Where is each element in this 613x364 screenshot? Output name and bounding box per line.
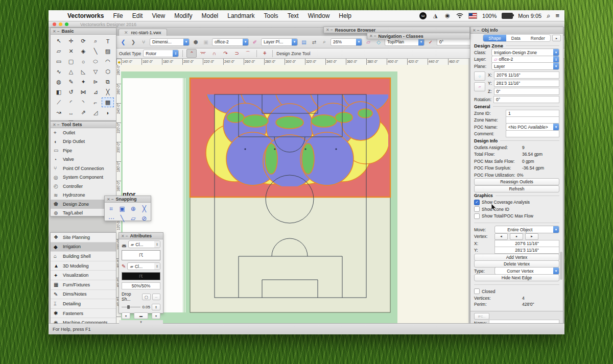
obj-info-scrollbar[interactable]: [560, 252, 562, 280]
basic-tool[interactable]: ↝: [53, 108, 65, 117]
tool-category-item[interactable]: ✎Dims/Notes: [51, 290, 116, 300]
x-field[interactable]: 207'6 11/16": [494, 71, 559, 79]
refresh-button[interactable]: Refresh: [474, 185, 559, 192]
zoom-window-button[interactable]: [65, 22, 68, 26]
drive-icon[interactable]: ◮: [432, 12, 439, 19]
basic-tool[interactable]: T: [102, 36, 114, 46]
tool-category-item[interactable]: ▲3D Modeling: [51, 261, 116, 271]
poc-name-dropdown[interactable]: <No POC Available>▼: [506, 123, 559, 131]
snapping-mode-icon[interactable]: ╳: [139, 204, 150, 213]
notification-center-icon[interactable]: ≡: [555, 12, 559, 19]
tool-set-item[interactable]: ⌖Outlet: [51, 128, 116, 137]
tab-shape[interactable]: Shape: [483, 35, 506, 41]
drop-shadow-more-button[interactable]: ...: [152, 294, 161, 300]
basic-tool[interactable]: ▽: [89, 67, 102, 77]
snapping-mode-icon[interactable]: ⋯: [106, 213, 117, 223]
basic-tool[interactable]: ◗: [102, 108, 114, 117]
tool-category-item[interactable]: ⌂Building Shell: [51, 252, 116, 261]
pen-style-dropdown[interactable]: ▰Cl...⇕: [127, 262, 160, 270]
tool-category-item[interactable]: ⌶Detailing: [51, 299, 116, 309]
slider-stepper[interactable]: ⇕: [152, 304, 160, 310]
polyline-mode-icon[interactable]: ⊃: [231, 49, 242, 58]
menu-text[interactable]: Text: [283, 12, 303, 19]
basic-tool[interactable]: ▭: [53, 57, 65, 66]
menu-tools[interactable]: Tools: [260, 12, 283, 19]
back-button[interactable]: ❮: [119, 38, 127, 46]
basic-tool[interactable]: ∿: [53, 67, 65, 77]
layer-plane-icon[interactable]: ✐: [251, 38, 259, 46]
rotation-field[interactable]: 0°: [437, 38, 470, 45]
basic-tool[interactable]: ○: [77, 57, 89, 66]
polyline-mode-icon[interactable]: ⌃: [186, 49, 197, 58]
tool-category-item[interactable]: ❖Site Planning: [51, 233, 116, 242]
basic-tool[interactable]: ╲: [89, 46, 102, 56]
basic-tool[interactable]: ◝: [77, 98, 89, 107]
vertex-type-dropdown[interactable]: Corner Vertex▼: [494, 267, 559, 275]
basic-tool[interactable]: ⟋: [53, 98, 65, 107]
basic-tool[interactable]: ◧: [53, 87, 65, 97]
layer-plane-dropdown[interactable]: Layer Pl...▼: [261, 38, 298, 46]
plane-dropdown[interactable]: Layer▼: [491, 62, 559, 70]
page-icon[interactable]: ▤: [300, 38, 308, 46]
outlet-type-dropdown[interactable]: Rotor⇕: [143, 50, 179, 57]
drawing-canvas[interactable]: ntor: [121, 65, 468, 323]
basic-tool[interactable]: ✕: [65, 46, 77, 56]
basic-tool[interactable]: ◍: [53, 77, 65, 87]
app-status-icon[interactable]: ω: [419, 12, 427, 19]
menu-model[interactable]: Model: [197, 12, 223, 19]
basic-tool[interactable]: ✎: [65, 77, 77, 87]
polyline-mode-icon[interactable]: ⌤: [198, 49, 208, 58]
wifi-icon[interactable]: [456, 12, 463, 19]
show-zone-id-checkbox[interactable]: [474, 206, 480, 212]
basic-tool[interactable]: ◜: [65, 98, 77, 107]
close-palette-icon[interactable]: ✕ −: [121, 234, 128, 238]
preferences-icon[interactable]: ⚘: [261, 50, 269, 57]
basic-tool[interactable]: ▱: [53, 46, 65, 56]
pen-color-swatch[interactable]: ☈: [122, 272, 160, 280]
polyline-mode-icon[interactable]: ⌒: [243, 49, 253, 58]
close-palette-icon[interactable]: ✕ −: [53, 29, 60, 34]
basic-tool[interactable]: ⌕: [89, 36, 102, 46]
basic-tool[interactable]: ⬡: [102, 67, 114, 77]
vertex-x-field[interactable]: 207'6 11/16": [494, 240, 559, 247]
basic-tool[interactable]: ↖: [53, 36, 65, 46]
zone-name-field[interactable]: [506, 116, 559, 124]
basic-tool[interactable]: ⌐: [89, 98, 102, 107]
obj-info-more-button[interactable]: ▸: [552, 35, 561, 41]
record-icon[interactable]: ◉: [444, 12, 451, 19]
prev-vertex-button[interactable]: ◄: [494, 233, 508, 240]
tool-category-item[interactable]: ✦Visualization: [51, 271, 116, 280]
snapping-mode-icon[interactable]: ▣: [117, 204, 128, 213]
tool-category-item[interactable]: ◆Irrigation: [51, 242, 116, 252]
spotlight-icon[interactable]: ⌕: [547, 12, 550, 20]
basic-tool[interactable]: ◈: [77, 46, 89, 56]
basic-tool[interactable]: ▢: [65, 57, 77, 66]
magnifier-icon[interactable]: ⌕: [320, 38, 328, 46]
attr-left-dropdown[interactable]: ▾: [122, 312, 130, 319]
closed-checkbox[interactable]: [474, 288, 480, 294]
fill-style-dropdown[interactable]: ▰Cl...⇕: [128, 240, 160, 248]
vertex-dot-button[interactable]: ●: [510, 233, 523, 240]
tab-data[interactable]: Data: [506, 35, 526, 41]
dim-style-dropdown[interactable]: Dimensi...▼: [150, 38, 190, 46]
zone-id-field[interactable]: 1: [506, 110, 559, 117]
close-palette-icon[interactable]: ✕ −: [473, 28, 480, 33]
add-vertex-button[interactable]: Add Vertex: [474, 254, 559, 261]
tool-category-item[interactable]: ▦Furn/Fixtures: [51, 280, 116, 290]
snapping-mode-icon[interactable]: ▱: [128, 213, 139, 223]
y-field[interactable]: 281'3 11/16": [494, 80, 559, 87]
drop-shadow-toggle[interactable]: ◯: [142, 294, 151, 300]
line-style-button[interactable]: ▬: [134, 312, 148, 319]
fill-bucket-icon[interactable]: ◛: [122, 241, 127, 247]
basic-tool[interactable]: ✦: [77, 77, 89, 87]
basic-tool[interactable]: ⋈: [77, 87, 89, 97]
tool-set-item[interactable]: ◴Controller: [51, 182, 116, 191]
basic-tool[interactable]: ⊿: [89, 87, 102, 97]
fit-objects-icon[interactable]: ⇄: [310, 38, 318, 46]
opacity-field[interactable]: 50%/50%: [122, 282, 160, 289]
basic-tool[interactable]: ↔: [65, 108, 77, 117]
show-coverage-checkbox[interactable]: ✓: [474, 200, 480, 205]
basic-tool[interactable]: ⬭: [89, 57, 102, 66]
polyline-mode-icon[interactable]: ∩: [209, 49, 219, 58]
close-palette-icon[interactable]: ✕ −: [369, 34, 376, 38]
